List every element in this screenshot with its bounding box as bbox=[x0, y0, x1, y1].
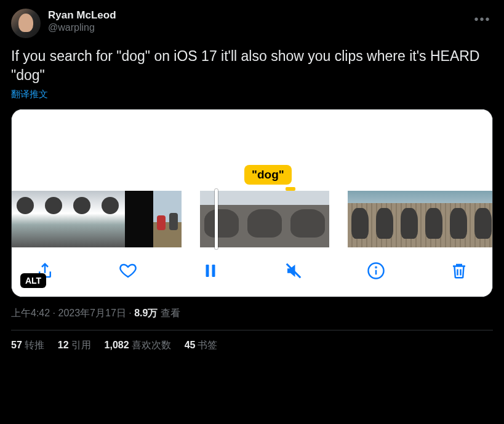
views-label: 查看 bbox=[158, 308, 180, 318]
views-count: 8.9万 bbox=[134, 308, 158, 318]
video-frame bbox=[372, 191, 397, 247]
video-frame bbox=[422, 191, 446, 247]
delete-button[interactable] bbox=[448, 260, 470, 282]
media-card[interactable]: "dog" bbox=[11, 109, 493, 297]
video-frame bbox=[68, 191, 97, 247]
more-icon: ••• bbox=[474, 12, 490, 26]
svg-rect-0 bbox=[206, 265, 209, 277]
display-name: Ryan McLeod bbox=[48, 9, 465, 22]
media-toolbar bbox=[12, 249, 492, 297]
video-frame bbox=[471, 191, 493, 247]
pause-icon bbox=[201, 262, 220, 280]
tweet-text: If you search for "dog" on iOS 17 it'll … bbox=[11, 47, 493, 85]
handle: @warpling bbox=[48, 22, 465, 34]
tweet-container: Ryan McLeod @warpling ••• If you search … bbox=[0, 0, 504, 358]
search-term-tooltip: "dog" bbox=[244, 165, 292, 185]
tweet-date[interactable]: 2023年7月17日 bbox=[58, 308, 126, 318]
like-button[interactable] bbox=[117, 260, 139, 282]
clip-group-2[interactable] bbox=[200, 191, 329, 247]
video-frame bbox=[125, 191, 153, 247]
video-frame bbox=[286, 191, 329, 247]
video-frame bbox=[446, 191, 471, 247]
pause-button[interactable] bbox=[199, 260, 222, 282]
video-filmstrip[interactable] bbox=[12, 190, 492, 249]
more-button[interactable]: ••• bbox=[472, 9, 493, 30]
info-button[interactable] bbox=[365, 260, 387, 282]
video-frame bbox=[200, 191, 243, 247]
author-names[interactable]: Ryan McLeod @warpling bbox=[48, 9, 465, 34]
clip-group-3[interactable] bbox=[348, 191, 493, 247]
trash-icon bbox=[450, 262, 468, 280]
bookmarks-stat[interactable]: 45书签 bbox=[185, 339, 218, 352]
tooltip-row: "dog" bbox=[12, 165, 492, 190]
tweet-meta: 上午4:42 · 2023年7月17日 · 8.9万 查看 bbox=[11, 307, 493, 320]
quotes-stat[interactable]: 12引用 bbox=[58, 339, 91, 352]
playhead[interactable] bbox=[215, 189, 218, 249]
video-frame bbox=[348, 191, 372, 247]
video-frame bbox=[153, 191, 182, 247]
svg-point-5 bbox=[376, 267, 377, 268]
svg-rect-1 bbox=[212, 265, 215, 277]
tweet-header: Ryan McLeod @warpling ••• bbox=[11, 9, 493, 38]
video-frame bbox=[243, 191, 286, 247]
mute-button[interactable] bbox=[282, 260, 305, 282]
tweet-time[interactable]: 上午4:42 bbox=[11, 308, 50, 318]
video-frame bbox=[397, 191, 422, 247]
mute-icon bbox=[284, 262, 303, 280]
tweet-stats: 57转推 12引用 1,082喜欢次数 45书签 bbox=[11, 330, 493, 352]
clip-group-1[interactable] bbox=[12, 191, 182, 247]
heart-icon bbox=[119, 262, 137, 280]
alt-badge[interactable]: ALT bbox=[20, 273, 46, 288]
video-frame bbox=[97, 191, 125, 247]
video-frame bbox=[40, 191, 68, 247]
info-icon bbox=[367, 262, 385, 280]
likes-stat[interactable]: 1,082喜欢次数 bbox=[105, 339, 171, 352]
video-frame bbox=[12, 191, 40, 247]
retweets-stat[interactable]: 57转推 bbox=[11, 339, 44, 352]
media-blank-area bbox=[12, 110, 492, 165]
translate-link[interactable]: 翻译推文 bbox=[11, 89, 48, 100]
avatar[interactable] bbox=[11, 9, 41, 38]
